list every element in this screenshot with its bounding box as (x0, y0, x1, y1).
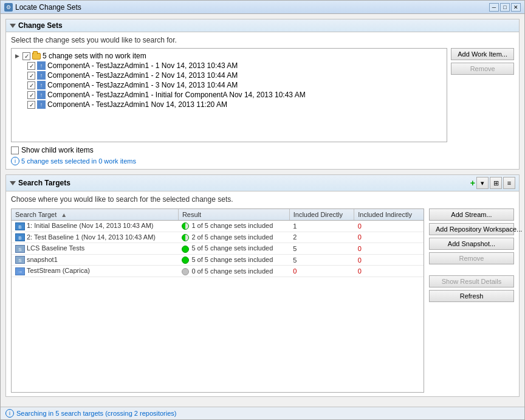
bottom-options: Show child work items i 5 change sets se… (11, 146, 447, 165)
search-targets-table-container[interactable]: Search Target ▲ Result Included Directly… (11, 208, 424, 393)
target-cell: Ssnapshot1 (12, 254, 178, 266)
tree-item-1[interactable]: ComponentA - TestJazzAdmin1 - 2 Nov 14, … (14, 71, 444, 80)
child-checkbox-0[interactable] (27, 62, 35, 70)
window-title: Locate Change Sets (15, 3, 489, 12)
table-row[interactable]: B2: Test Baseline 1 (Nov 14, 2013 10:43 … (12, 232, 424, 243)
add-snapshot-button[interactable]: Add Snapshot... (429, 238, 514, 250)
included-indirectly-value: 0 (358, 256, 362, 264)
result-cell: 5 of 5 change sets included (178, 254, 289, 266)
show-child-checkbox[interactable] (11, 146, 19, 154)
tree-item-label-1: ComponentA - TestJazzAdmin1 - 2 Nov 14, … (47, 71, 238, 80)
included-indirectly-value: 0 (358, 245, 362, 252)
child-checkbox-1[interactable] (27, 72, 35, 80)
included-directly-cell: 1 (289, 221, 354, 232)
child-checkbox-2[interactable] (27, 81, 35, 89)
main-content: Change Sets Select the change sets you w… (1, 14, 524, 407)
show-result-details-button[interactable]: Show Result Details (429, 275, 514, 287)
info-icon: i (11, 157, 19, 165)
tree-container[interactable]: ▶ 5 change sets with no work item (11, 48, 447, 142)
target-label: LCS Baseline Tests (27, 244, 84, 252)
tree-item-0[interactable]: ComponentA - TestJazzAdmin1 - 1 Nov 14, … (14, 61, 444, 71)
search-targets-table: Search Target ▲ Result Included Directly… (12, 209, 424, 277)
table-row[interactable]: →TestStream (Caprica)0 of 5 change sets … (12, 266, 424, 277)
table-row[interactable]: Ssnapshot15 of 5 change sets included50 (12, 254, 424, 266)
view-table-button[interactable]: ⊞ (490, 177, 502, 189)
maximize-button[interactable]: □ (500, 3, 510, 12)
included-indirectly-cell: 0 (354, 221, 424, 232)
window-icon: ⚙ (4, 3, 13, 12)
result-cell: 2 of 5 change sets included (178, 232, 289, 243)
add-repo-workspace-button[interactable]: Add Repository Workspace... (429, 223, 514, 235)
search-targets-section: Search Targets + ▾ ⊞ ≡ Choose where you … (5, 174, 520, 397)
add-dropdown-button[interactable]: ▾ (476, 177, 489, 189)
included-indirectly-value: 0 (358, 233, 362, 241)
result-label: 1 of 5 change sets included (191, 222, 273, 229)
tree-item-label-4: ComponentA - TestJazzAdmin1 Nov 14, 2013… (47, 100, 227, 109)
included-indirectly-cell: 0 (354, 243, 424, 255)
add-work-item-button[interactable]: Add Work Item... (451, 48, 514, 60)
show-child-row: Show child work items (11, 146, 447, 154)
change-sets-description: Select the change sets you would like to… (11, 36, 514, 44)
status-bar: i Searching in 5 search targets (crossin… (1, 407, 524, 419)
tree-root-row[interactable]: ▶ 5 change sets with no work item (14, 51, 444, 61)
target-cell: →TestStream (Caprica) (12, 266, 178, 277)
add-target-plus-icon[interactable]: + (470, 178, 475, 188)
tree-root-label: 5 change sets with no work item (43, 52, 146, 60)
cs-icon-2 (36, 81, 46, 89)
status-info-icon: i (5, 409, 14, 418)
search-targets-buttons: Add Stream... Add Repository Workspace..… (429, 208, 514, 393)
child-checkbox-3[interactable] (27, 91, 35, 99)
target-cell: B2: Test Baseline 1 (Nov 14, 2013 10:43 … (12, 232, 178, 243)
collapse-triangle[interactable] (10, 24, 16, 28)
included-directly-cell: 2 (289, 232, 354, 243)
cs-icon-0 (36, 61, 46, 70)
search-collapse-triangle[interactable] (10, 181, 16, 185)
change-sets-inner: ▶ 5 change sets with no work item (11, 48, 514, 165)
add-stream-button[interactable]: Add Stream... (429, 208, 514, 221)
child-checkbox-4[interactable] (27, 101, 35, 109)
search-targets-header: Search Targets + ▾ ⊞ ≡ (6, 175, 519, 191)
status-dot (182, 222, 189, 230)
target-label: 2: Test Baseline 1 (Nov 14, 2013 10:43 A… (27, 233, 156, 241)
tree-item-3[interactable]: ComponentA - TestJazzAdmin1 - Initial fo… (14, 90, 444, 100)
remove-target-button[interactable]: Remove (429, 252, 514, 264)
tree-item-label-0: ComponentA - TestJazzAdmin1 - 1 Nov 14, … (47, 61, 238, 70)
target-cell: B1: Initial Baseline (Nov 14, 2013 10:43… (12, 221, 178, 232)
cs-icon-4 (36, 100, 46, 109)
refresh-button[interactable]: Refresh (429, 290, 514, 302)
search-targets-content: Choose where you would like to search fo… (6, 191, 519, 396)
result-cell: 1 of 5 change sets included (178, 221, 289, 232)
change-sets-section: Change Sets Select the change sets you w… (5, 19, 520, 170)
status-dot (182, 246, 189, 253)
result-label: 5 of 5 change sets included (191, 244, 273, 252)
tree-item-4[interactable]: ComponentA - TestJazzAdmin1 Nov 14, 2013… (14, 100, 444, 109)
included-indirectly-value: 0 (358, 222, 362, 230)
change-sets-header: Change Sets (6, 19, 519, 32)
change-sets-buttons: Add Work Item... Remove (451, 48, 514, 165)
view-list-button[interactable]: ≡ (503, 177, 515, 189)
included-indirectly-cell: 0 (354, 232, 424, 243)
col-included-indirectly: Included Indirectly (354, 209, 424, 221)
root-checkbox[interactable] (22, 52, 30, 60)
title-bar-controls: ─ □ ✕ (489, 3, 521, 12)
sort-arrow: ▲ (61, 212, 67, 218)
table-body: B1: Initial Baseline (Nov 14, 2013 10:43… (12, 221, 424, 277)
status-dot (182, 234, 189, 241)
result-cell: 5 of 5 change sets included (178, 243, 289, 255)
included-directly-value: 0 (293, 267, 297, 275)
tree-item-2[interactable]: ComponentA - TestJazzAdmin1 - 3 Nov 14, … (14, 80, 444, 90)
included-directly-cell: 5 (289, 254, 354, 266)
cs-icon-3 (36, 91, 46, 99)
col-result: Result (178, 209, 289, 221)
remove-changeset-button[interactable]: Remove (451, 63, 514, 75)
result-cell: 0 of 5 change sets included (178, 266, 289, 277)
col-included-directly: Included Directly (289, 209, 354, 221)
main-window: ⚙ Locate Change Sets ─ □ ✕ Change Sets S… (0, 0, 525, 420)
col-search-target: Search Target ▲ (12, 209, 178, 221)
table-row[interactable]: B1: Initial Baseline (Nov 14, 2013 10:43… (12, 221, 424, 232)
table-row[interactable]: SLCS Baseline Tests5 of 5 change sets in… (12, 243, 424, 255)
close-button[interactable]: ✕ (511, 3, 521, 12)
result-label: 0 of 5 change sets included (191, 267, 273, 275)
included-indirectly-cell: 0 (354, 254, 424, 266)
minimize-button[interactable]: ─ (489, 3, 499, 12)
